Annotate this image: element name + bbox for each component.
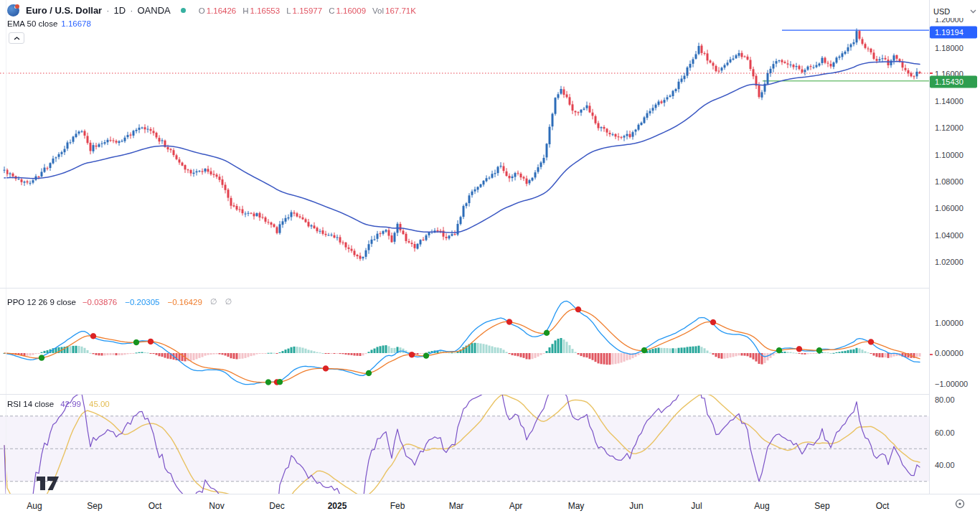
- mute-icon[interactable]: ∅: [210, 297, 217, 306]
- price-axis-label: 1.06000: [935, 204, 963, 212]
- interval-label[interactable]: 1D: [114, 5, 126, 16]
- ppo-hist-value: −0.03876: [83, 298, 117, 306]
- pane-divider[interactable]: [0, 288, 980, 289]
- open-label: O: [199, 6, 205, 15]
- resistance-price-tag: 1.19194: [930, 27, 977, 39]
- ppo-last-tick: [930, 354, 933, 355]
- time-axis-label: Oct: [149, 501, 162, 511]
- currency-label: USD: [933, 7, 950, 16]
- time-axis-label: Sep: [87, 501, 102, 511]
- close-value: 1.16009: [336, 6, 366, 15]
- open-value: 1.16426: [207, 6, 237, 15]
- price-axis-label: 1.04000: [935, 231, 963, 240]
- volume-value: 167.71K: [385, 6, 416, 15]
- ppo-label: PPO 12 26 9 close: [7, 298, 76, 306]
- rsi-value: 42.99: [60, 400, 81, 408]
- exchange-label: OANDA: [138, 5, 171, 16]
- target-icon: [954, 498, 966, 510]
- last-price-tick: [930, 72, 933, 74]
- high-label: H: [242, 6, 248, 15]
- ppo-signal-value: −0.16429: [168, 298, 202, 306]
- time-axis-label: Aug: [27, 501, 42, 511]
- rsi-ma-value: 45.00: [89, 400, 110, 408]
- time-axis-label: Dec: [269, 501, 284, 511]
- time-axis-label: Mar: [449, 501, 464, 511]
- price-chart-canvas[interactable]: [0, 0, 929, 494]
- volume-label: Vol: [372, 6, 384, 15]
- ema-label: EMA 50 close: [7, 19, 57, 28]
- ppo-legend[interactable]: PPO 12 26 9 close −0.03876 −0.20305 −0.1…: [7, 297, 232, 306]
- currency-select[interactable]: USD: [933, 5, 976, 18]
- low-value: 1.15977: [293, 6, 323, 15]
- time-axis-label: Apr: [509, 501, 523, 511]
- tradingview-logo: [32, 477, 65, 493]
- high-value: 1.16553: [250, 6, 281, 15]
- chevron-down-icon: [970, 9, 976, 14]
- time-axis-label: Feb: [390, 501, 405, 511]
- mute-icon[interactable]: ∅: [225, 297, 232, 306]
- support-price-tag: 1.15430: [930, 76, 977, 88]
- price-axis-label: 1.02000: [935, 258, 963, 266]
- ppo-axis-label: −1.00000: [935, 380, 968, 388]
- time-axis-label: Sep: [814, 501, 829, 511]
- market-status-icon[interactable]: [181, 8, 186, 13]
- ppo-axis-label: 1.00000: [935, 319, 963, 327]
- scroll-to-latest-button[interactable]: [953, 498, 966, 511]
- symbol-header[interactable]: Euro / U.S. Dollar · 1D · OANDA O1.16426…: [7, 4, 416, 17]
- price-axis-label: 1.10000: [935, 151, 963, 159]
- pane-divider[interactable]: [0, 394, 980, 395]
- time-axis-label: Aug: [754, 501, 769, 511]
- time-axis-label: Jul: [691, 501, 702, 511]
- chevron-up-icon: [14, 37, 20, 40]
- time-axis-label: Jun: [629, 501, 643, 511]
- price-axis-label: 1.18000: [935, 44, 963, 52]
- separator: ·: [106, 5, 109, 16]
- symbol-logo-icon: [7, 4, 19, 17]
- price-axis-label: 1.12000: [935, 123, 963, 132]
- ppo-line-value: −0.20305: [125, 298, 159, 306]
- rsi-label: RSI 14 close: [7, 400, 54, 408]
- pane-left-edge: [6, 0, 6, 494]
- ema-value: 1.16678: [61, 19, 91, 28]
- time-axis-label: May: [568, 501, 585, 511]
- rsi-axis-label: 60.00: [935, 428, 955, 437]
- rsi-legend[interactable]: RSI 14 close 42.99 45.00: [7, 400, 110, 408]
- close-label: C: [329, 6, 334, 15]
- ppo-axis-label: 0.00000: [935, 349, 963, 357]
- price-axis[interactable]: 1.200001.180001.160001.140001.120001.100…: [930, 0, 980, 494]
- time-axis-label: Nov: [209, 501, 224, 511]
- separator: ·: [130, 5, 133, 16]
- low-label: L: [286, 6, 291, 15]
- price-axis-label: 1.14000: [935, 97, 963, 105]
- ema-legend[interactable]: EMA 50 close 1.16678: [7, 19, 91, 28]
- tradingview-chart-window: Euro / U.S. Dollar · 1D · OANDA O1.16426…: [0, 0, 980, 516]
- time-axis-label: 2025: [328, 501, 347, 511]
- ohlc-readout: O1.16426 H1.16553 L1.15977 C1.16009 Vol1…: [194, 6, 416, 15]
- symbol-title: Euro / U.S. Dollar: [26, 5, 102, 16]
- time-axis-label: Oct: [876, 501, 890, 511]
- time-axis[interactable]: AugSepOctNovDec2025FebMarAprMayJunJulAug…: [0, 494, 980, 516]
- price-axis-label: 1.08000: [935, 177, 963, 186]
- rsi-axis-label: 40.00: [935, 461, 955, 469]
- rsi-axis-label: 80.00: [935, 395, 955, 404]
- collapse-legend-button[interactable]: [9, 32, 24, 44]
